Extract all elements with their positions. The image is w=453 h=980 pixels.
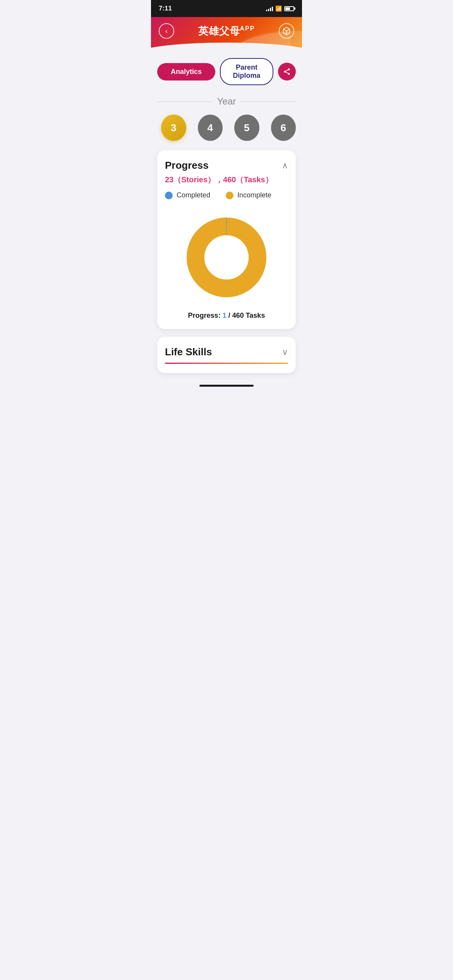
incomplete-dot xyxy=(226,192,233,199)
signal-icon xyxy=(266,6,273,11)
box-button[interactable] xyxy=(279,23,294,39)
tab-parent-diploma[interactable]: Parent Diploma xyxy=(220,58,273,85)
life-skills-title: Life Skills xyxy=(165,346,212,358)
year-circle-3[interactable]: 3 xyxy=(161,115,186,141)
svg-line-5 xyxy=(286,70,288,71)
progress-current: 1 xyxy=(223,312,226,319)
back-button[interactable]: ‹ xyxy=(159,23,174,39)
svg-point-3 xyxy=(288,73,290,75)
donut-chart xyxy=(184,215,269,300)
progress-label: Progress: 1 / 460 Tasks xyxy=(165,312,288,320)
legend-row: Completed Incomplete xyxy=(165,191,288,199)
box-icon xyxy=(282,27,291,35)
battery-icon xyxy=(284,6,294,11)
svg-line-4 xyxy=(286,72,288,73)
completed-label: Completed xyxy=(177,191,210,199)
header-title: 英雄父母APP xyxy=(198,24,255,38)
life-skills-divider xyxy=(165,363,288,364)
completed-dot xyxy=(165,192,173,199)
year-circle-5[interactable]: 5 xyxy=(234,115,259,141)
share-button[interactable] xyxy=(278,63,296,81)
status-bar: 7:11 📶 xyxy=(151,0,302,17)
expand-button[interactable]: ∨ xyxy=(282,347,288,357)
incomplete-label: Incomplete xyxy=(237,191,271,199)
wifi-icon: 📶 xyxy=(275,5,282,12)
legend-completed: Completed xyxy=(165,191,210,199)
tab-row: Analytics Parent Diploma xyxy=(157,58,296,85)
year-section: Year 3 4 5 6 xyxy=(157,96,296,141)
year-circle-6[interactable]: 6 xyxy=(271,115,296,141)
progress-card-title: Progress xyxy=(165,159,209,171)
year-line-right xyxy=(240,101,296,102)
donut-chart-container xyxy=(165,207,288,308)
collapse-button[interactable]: ∧ xyxy=(282,161,288,171)
year-circles: 3 4 5 6 xyxy=(157,115,296,141)
life-skills-card: Life Skills ∨ xyxy=(157,337,296,373)
home-bar xyxy=(199,385,254,387)
year-circle-4[interactable]: 4 xyxy=(198,115,223,141)
svg-point-1 xyxy=(288,69,290,70)
year-line-left xyxy=(157,101,213,102)
home-indicator xyxy=(157,381,296,394)
tab-analytics[interactable]: Analytics xyxy=(157,63,215,81)
year-label: Year xyxy=(217,96,236,107)
progress-card: Progress ∧ 23（Stories），460（Tasks） Comple… xyxy=(157,150,296,329)
year-label-row: Year xyxy=(157,96,296,107)
legend-incomplete: Incomplete xyxy=(226,191,271,199)
progress-subtitle: 23（Stories），460（Tasks） xyxy=(165,175,288,185)
svg-point-2 xyxy=(284,71,286,73)
svg-point-9 xyxy=(204,235,249,279)
main-content: Analytics Parent Diploma Year 3 4 5 6 xyxy=(151,50,302,402)
status-icons: 📶 xyxy=(266,5,294,12)
share-icon xyxy=(283,68,291,75)
status-time: 7:11 xyxy=(159,5,172,12)
progress-card-header: Progress ∧ xyxy=(165,159,288,171)
life-skills-header: Life Skills ∨ xyxy=(165,346,288,358)
